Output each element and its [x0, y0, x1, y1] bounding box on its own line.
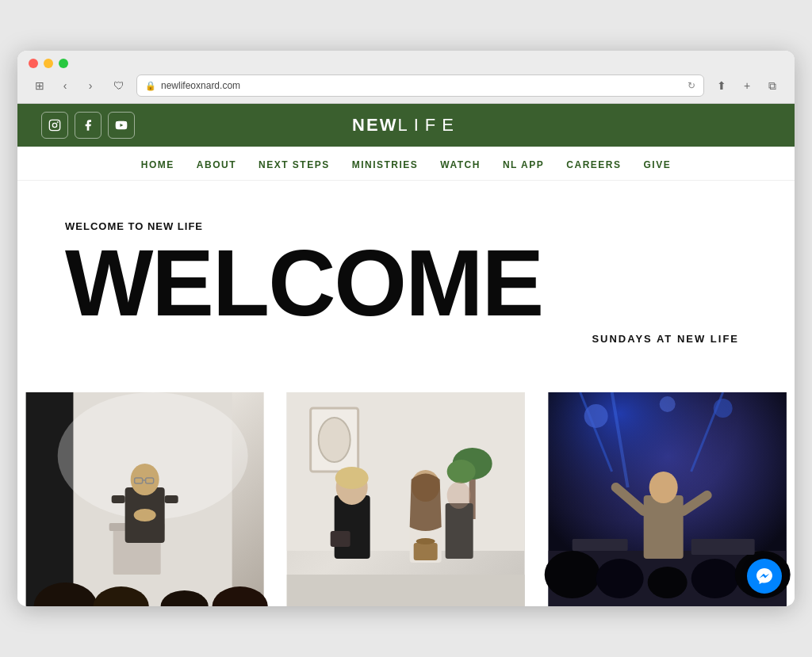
svg-rect-16 — [165, 495, 178, 503]
browser-chrome: ⊞ ‹ › 🛡 🔒 newlifeoxnard.com ↻ ⬆ + ⧉ — [17, 51, 795, 104]
youtube-icon[interactable] — [108, 112, 135, 139]
hero-section: WELCOME TO NEW LIFE WELCOME SUNDAYS AT N… — [17, 181, 795, 368]
site-logo: NEWLIFE — [352, 115, 460, 136]
shield-icon[interactable]: 🛡 — [108, 74, 130, 97]
close-button[interactable] — [29, 59, 38, 68]
lock-icon: 🔒 — [145, 81, 156, 91]
new-tab-button[interactable]: + — [736, 74, 758, 97]
svg-rect-50 — [643, 495, 683, 559]
svg-point-17 — [134, 509, 156, 521]
nav-about[interactable]: ABOUT — [197, 159, 236, 170]
browser-toolbar: ⊞ ‹ › 🛡 🔒 newlifeoxnard.com ↻ ⬆ + ⧉ — [29, 74, 783, 97]
svg-point-56 — [647, 567, 687, 598]
nav-ministries[interactable]: MINISTRIES — [352, 159, 419, 170]
svg-point-31 — [335, 467, 369, 489]
svg-point-26 — [447, 460, 476, 483]
photo-grid — [17, 376, 795, 606]
window-controls — [29, 59, 783, 68]
url-text: newlifeoxnard.com — [161, 80, 240, 91]
photo-pastor — [17, 392, 272, 606]
tabs-button[interactable]: ⧉ — [761, 74, 783, 97]
back-button[interactable]: ‹ — [54, 74, 76, 97]
svg-point-57 — [691, 559, 738, 598]
sidebar-toggle-button[interactable]: ⊞ — [29, 74, 51, 97]
svg-point-28 — [319, 418, 350, 462]
site-navigation: HOME ABOUT NEXT STEPS MINISTRIES WATCH N… — [17, 147, 795, 181]
svg-point-51 — [649, 472, 677, 503]
svg-rect-5 — [26, 392, 74, 606]
svg-point-36 — [416, 538, 435, 544]
facebook-icon[interactable] — [75, 112, 102, 139]
instagram-icon[interactable] — [41, 112, 68, 139]
photo-grid-wrapper — [17, 376, 795, 606]
svg-rect-60 — [572, 539, 627, 551]
logo-life: LIFE — [397, 115, 459, 135]
nav-careers[interactable]: CAREERS — [566, 159, 621, 170]
nav-nl-app[interactable]: NL APP — [503, 159, 544, 170]
svg-rect-39 — [287, 575, 525, 606]
svg-rect-0 — [49, 120, 59, 131]
photo-lobby — [278, 392, 533, 606]
svg-point-48 — [659, 396, 675, 412]
svg-rect-15 — [112, 495, 125, 503]
svg-point-1 — [52, 124, 56, 128]
nav-give[interactable]: GIVE — [643, 159, 671, 170]
svg-point-54 — [544, 551, 599, 598]
svg-point-55 — [596, 559, 643, 598]
site-header: NEWLIFE — [17, 104, 795, 147]
reload-icon[interactable]: ↻ — [688, 80, 695, 91]
svg-point-38 — [447, 482, 471, 509]
svg-rect-37 — [446, 503, 473, 559]
nav-next-steps[interactable]: NEXT STEPS — [259, 159, 330, 170]
hero-title: WELCOME — [65, 239, 747, 327]
nav-controls: ⊞ ‹ › — [29, 74, 102, 97]
svg-point-2 — [57, 122, 58, 123]
minimize-button[interactable] — [44, 59, 53, 68]
nav-watch[interactable]: WATCH — [440, 159, 481, 170]
social-icons — [41, 112, 135, 139]
address-bar[interactable]: 🔒 newlifeoxnard.com ↻ — [136, 74, 704, 97]
svg-point-46 — [584, 404, 607, 428]
svg-point-47 — [713, 399, 732, 418]
forward-button[interactable]: › — [79, 74, 102, 97]
browser-window: ⊞ ‹ › 🛡 🔒 newlifeoxnard.com ↻ ⬆ + ⧉ — [17, 51, 795, 605]
nav-home[interactable]: HOME — [141, 159, 174, 170]
svg-rect-29 — [335, 495, 370, 559]
maximize-button[interactable] — [59, 59, 68, 68]
messenger-button[interactable] — [747, 559, 782, 594]
toolbar-right: ⬆ + ⧉ — [710, 74, 783, 97]
site-content: NEWLIFE HOME ABOUT NEXT STEPS MINISTRIES… — [17, 104, 795, 605]
share-button[interactable]: ⬆ — [710, 74, 733, 97]
svg-rect-32 — [331, 531, 350, 547]
svg-rect-59 — [691, 539, 754, 555]
svg-rect-35 — [414, 543, 438, 560]
logo-new: NEW — [352, 115, 397, 135]
